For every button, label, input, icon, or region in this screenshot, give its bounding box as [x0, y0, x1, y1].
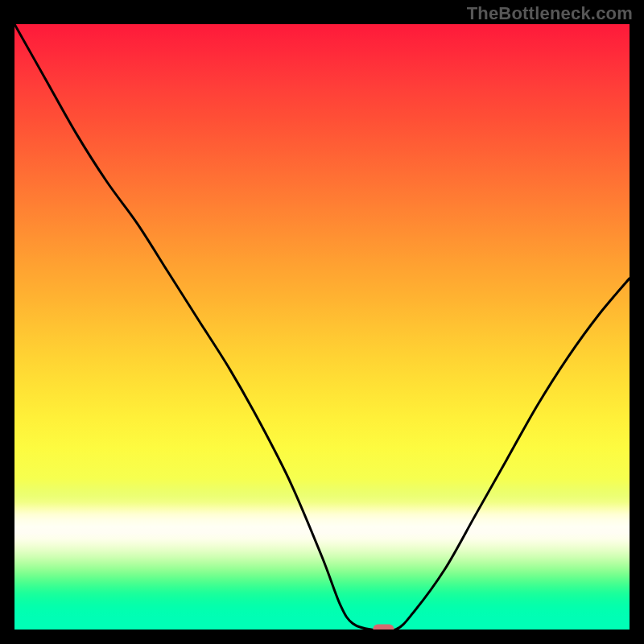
chart-frame: TheBottleneck.com — [0, 0, 644, 644]
curve-layer — [14, 24, 630, 630]
optimal-point-marker — [373, 625, 394, 630]
bottleneck-curve — [14, 24, 630, 630]
plot-area — [14, 24, 630, 630]
watermark-text: TheBottleneck.com — [467, 3, 633, 24]
